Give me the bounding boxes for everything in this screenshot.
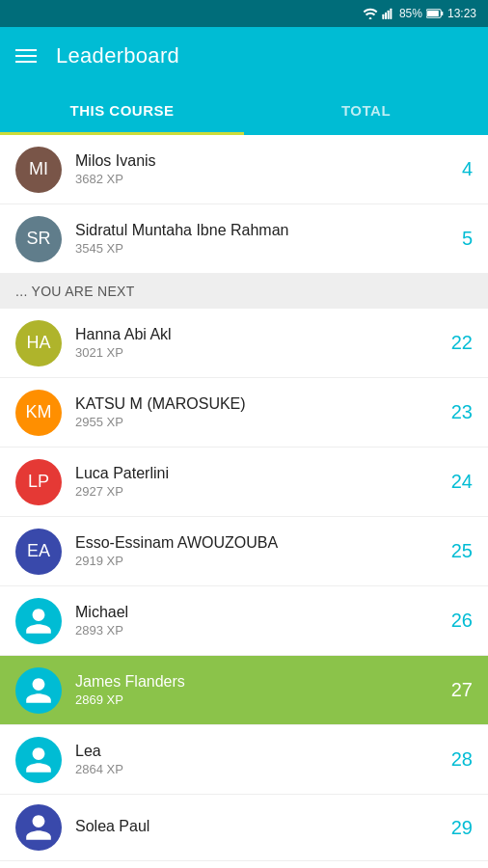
list-item-current-user: James Flanders 2869 XP 27 <box>0 656 488 725</box>
list-item: MI Milos Ivanis 3682 XP 4 <box>0 135 488 204</box>
user-xp: 3545 XP <box>75 241 446 256</box>
user-info: Michael 2893 XP <box>75 604 446 637</box>
tab-total[interactable]: TOTAL <box>244 85 488 135</box>
user-info: KATSU M (MAROSUKE) 2955 XP <box>75 395 446 429</box>
avatar <box>15 737 62 783</box>
user-name: Solea Paul <box>75 818 446 835</box>
user-name: Michael <box>75 604 446 621</box>
battery-icon <box>426 8 444 19</box>
avatar: LP <box>15 459 62 505</box>
status-icons: 85% 13:23 <box>363 7 476 20</box>
avatar: MI <box>15 147 62 193</box>
list-item: Solea Paul 29 <box>0 795 488 861</box>
svg-rect-7 <box>427 11 439 16</box>
avatar: SR <box>15 216 62 262</box>
list-item: KM KATSU M (MAROSUKE) 2955 XP 23 <box>0 378 488 448</box>
user-name: Esso-Essinam AWOUZOUBA <box>75 534 446 552</box>
tab-this-course[interactable]: THIS COURSE <box>0 85 244 135</box>
user-xp: 2893 XP <box>75 623 446 637</box>
rank: 27 <box>446 679 473 701</box>
leaderboard-list: MI Milos Ivanis 3682 XP 4 SR Sidratul Mu… <box>0 135 488 868</box>
user-name: KATSU M (MAROSUKE) <box>75 395 446 413</box>
you-are-next-banner: ... YOU ARE NEXT <box>0 274 488 309</box>
list-item: EA Esso-Essinam AWOUZOUBA 2919 XP 25 <box>0 517 488 586</box>
svg-rect-1 <box>382 14 384 19</box>
list-item: Michael 2893 XP 26 <box>0 586 488 656</box>
signal-icon <box>382 8 395 19</box>
hamburger-menu[interactable] <box>15 49 37 63</box>
header: Leaderboard <box>0 27 488 85</box>
status-bar: 85% 13:23 <box>0 0 488 27</box>
user-name: Lea <box>75 743 446 760</box>
user-xp: 2919 XP <box>75 554 446 568</box>
svg-rect-6 <box>441 12 443 15</box>
svg-rect-2 <box>385 13 387 19</box>
user-info: James Flanders 2869 XP <box>75 673 446 707</box>
wifi-icon <box>363 8 378 19</box>
user-name: Luca Paterlini <box>75 465 446 482</box>
header-title: Leaderboard <box>56 43 179 68</box>
avatar: EA <box>15 529 62 575</box>
svg-point-0 <box>369 17 372 19</box>
list-item: HA Hanna Abi Akl 3021 XP 22 <box>0 309 488 378</box>
avatar: HA <box>15 320 62 366</box>
user-xp: 2869 XP <box>75 692 446 707</box>
user-xp: 2864 XP <box>75 762 446 776</box>
rank: 22 <box>446 332 473 354</box>
avatar <box>15 804 62 851</box>
rank: 5 <box>446 228 473 250</box>
user-xp: 3021 XP <box>75 345 446 360</box>
user-info: Milos Ivanis 3682 XP <box>75 152 446 186</box>
user-name: Hanna Abi Akl <box>75 326 446 343</box>
list-item: SR Sidratul Muntaha Ibne Rahman 3545 XP … <box>0 204 488 274</box>
user-name: James Flanders <box>75 673 446 691</box>
person-icon <box>23 812 54 843</box>
rank: 25 <box>446 540 473 562</box>
user-info: Solea Paul <box>75 818 446 837</box>
person-icon <box>23 745 54 775</box>
user-name: Milos Ivanis <box>75 152 446 170</box>
rank: 23 <box>446 401 473 423</box>
time-text: 13:23 <box>447 7 476 20</box>
person-icon <box>23 606 54 637</box>
user-info: Esso-Essinam AWOUZOUBA 2919 XP <box>75 534 446 568</box>
rank: 29 <box>446 817 473 839</box>
avatar <box>15 667 62 714</box>
avatar: KM <box>15 390 62 436</box>
rank: 26 <box>446 610 473 632</box>
user-info: Lea 2864 XP <box>75 743 446 776</box>
user-xp: 2955 XP <box>75 415 446 429</box>
user-info: Luca Paterlini 2927 XP <box>75 465 446 499</box>
battery-text: 85% <box>399 7 422 20</box>
person-icon <box>23 675 54 706</box>
user-info: Hanna Abi Akl 3021 XP <box>75 326 446 360</box>
avatar <box>15 598 62 644</box>
rank: 4 <box>446 158 473 180</box>
user-name: Sidratul Muntaha Ibne Rahman <box>75 222 446 239</box>
user-xp: 3682 XP <box>75 172 446 186</box>
user-xp: 2927 XP <box>75 484 446 499</box>
svg-rect-4 <box>390 9 392 19</box>
list-item: LP Luca Paterlini 2927 XP 24 <box>0 448 488 517</box>
rank: 24 <box>446 471 473 493</box>
user-info: Sidratul Muntaha Ibne Rahman 3545 XP <box>75 222 446 256</box>
rank: 28 <box>446 748 473 771</box>
tabs-bar: THIS COURSE TOTAL <box>0 85 488 135</box>
list-item: Lea 2864 XP 28 <box>0 725 488 795</box>
svg-rect-3 <box>388 11 390 19</box>
